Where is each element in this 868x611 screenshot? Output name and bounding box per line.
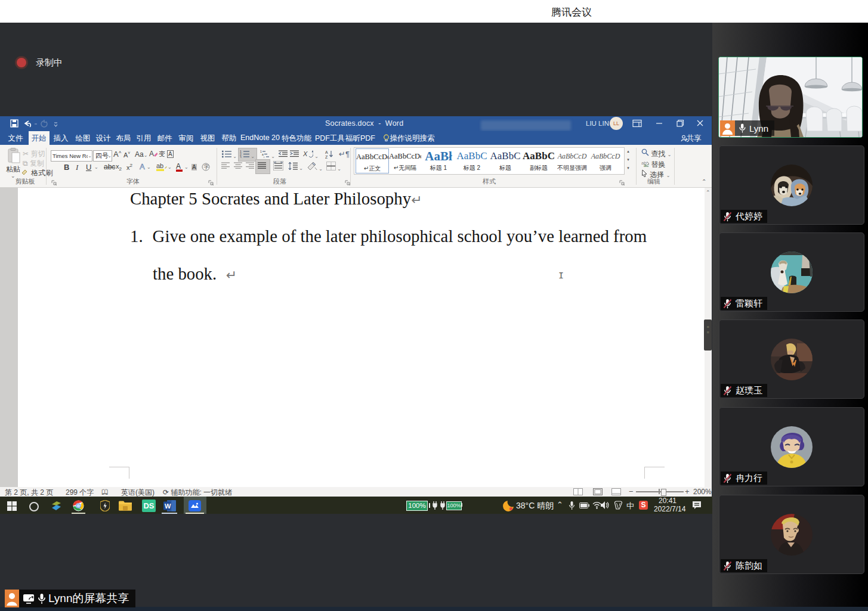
- svg-text:i: i: [264, 156, 264, 159]
- svg-text:A: A: [176, 162, 181, 170]
- svg-text:字: 字: [204, 164, 209, 170]
- svg-text:ac: ac: [644, 163, 648, 167]
- svg-text:3: 3: [240, 156, 242, 159]
- svg-text:X: X: [303, 150, 308, 157]
- svg-text:A: A: [149, 150, 154, 158]
- svg-text:Z: Z: [325, 155, 328, 159]
- svg-text:W: W: [165, 503, 171, 510]
- svg-text:ab: ab: [156, 162, 163, 169]
- svg-text:A: A: [325, 150, 328, 154]
